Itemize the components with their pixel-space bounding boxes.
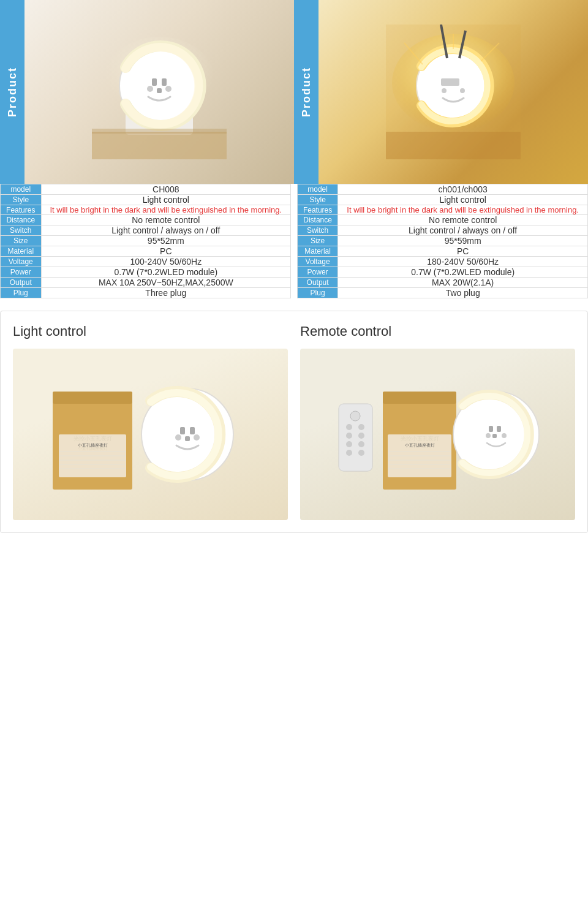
- features-label-left: Features: [1, 205, 42, 215]
- power-row: Power 0.7W (7*0.2WLED module) Power 0.7W…: [1, 267, 588, 278]
- bottom-col-remote: Remote control 光控小五孔: [300, 324, 575, 520]
- svg-point-34: [175, 434, 181, 441]
- features-label-right: Features: [297, 205, 338, 215]
- style-row: Style Light control Style Light control: [1, 195, 588, 205]
- distance-value-right: No remote control: [338, 215, 588, 225]
- material-value-right: PC: [338, 246, 588, 257]
- output-row: Output MAX 10A 250V~50HZ,MAX,2500W Outpu…: [1, 278, 588, 288]
- style-value-left: Light control: [41, 195, 291, 205]
- features-row: Features It will be bright in the dark a…: [1, 205, 588, 215]
- voltage-value-left: 100-240V 50/60Hz: [41, 257, 291, 267]
- svg-rect-7: [157, 88, 162, 93]
- voltage-value-right: 180-240V 50/60Hz: [338, 257, 588, 267]
- power-value-right: 0.7W (7*0.2WLED module): [338, 267, 588, 278]
- svg-point-14: [442, 88, 447, 93]
- product-images-row: Product: [0, 0, 588, 184]
- features-value-right: It will be bright in the dark and will b…: [338, 205, 588, 215]
- svg-point-42: [358, 424, 364, 430]
- size-label-right: Size: [297, 236, 338, 246]
- box-illustration-left: 光控小五孔夜灯 小五孔插座夜灯 小五孔插座夜灯: [40, 355, 261, 514]
- svg-rect-9: [92, 129, 227, 134]
- output-value-right: MAX 20W(2.1A): [338, 278, 588, 288]
- voltage-row: Voltage 100-240V 50/60Hz Voltage 180-240…: [1, 257, 588, 267]
- svg-rect-13: [441, 78, 459, 86]
- power-value-left: 0.7W (7*0.2WLED module): [41, 267, 291, 278]
- svg-point-43: [346, 433, 352, 439]
- switch-value-right: Light control / always on / off: [338, 225, 588, 236]
- product-label-right: Product: [294, 0, 318, 184]
- bottom-section: Light control 光控小五孔夜灯 小五孔插座夜灯 小五孔插座夜灯: [0, 311, 588, 533]
- svg-point-60: [486, 433, 491, 438]
- material-label-left: Material: [1, 246, 42, 257]
- material-value-left: PC: [41, 246, 291, 257]
- comparison-table: model CH008 model ch001/ch003 Style Ligh…: [0, 184, 588, 298]
- svg-point-3: [147, 86, 153, 92]
- plug-row: Plug Three plug Plug Two plug: [1, 288, 588, 298]
- svg-point-35: [194, 434, 200, 441]
- bottom-left-title: Light control: [13, 324, 288, 339]
- svg-rect-38: [185, 436, 190, 441]
- model-value-right: ch001/ch003: [338, 184, 588, 195]
- svg-text:小五孔插座夜灯: 小五孔插座夜灯: [404, 443, 434, 447]
- svg-rect-50: [383, 392, 456, 404]
- svg-rect-23: [53, 392, 132, 404]
- product-illustration-left: [92, 25, 227, 159]
- material-label-right: Material: [297, 246, 338, 257]
- plug-label-right: Plug: [297, 288, 338, 298]
- model-value-left: CH008: [41, 184, 291, 195]
- svg-rect-6: [162, 78, 167, 86]
- plug-value-right: Two plug: [338, 288, 588, 298]
- switch-value-left: Light control / always on / off: [41, 225, 291, 236]
- model-row: model CH008 model ch001/ch003: [1, 184, 588, 195]
- svg-rect-21: [386, 132, 521, 159]
- switch-row: Switch Light control / always on / off S…: [1, 225, 588, 236]
- svg-point-41: [346, 424, 352, 430]
- model-label-left: model: [1, 184, 42, 195]
- svg-point-40: [350, 411, 360, 421]
- switch-label-right: Switch: [297, 225, 338, 236]
- product-col-left: Product: [0, 0, 294, 184]
- style-value-right: Light control: [338, 195, 588, 205]
- size-label-left: Size: [1, 236, 42, 246]
- power-label-left: Power: [1, 267, 42, 278]
- svg-point-61: [502, 433, 507, 438]
- distance-label-left: Distance: [1, 215, 42, 225]
- svg-point-44: [358, 433, 364, 439]
- svg-point-4: [165, 86, 172, 92]
- model-label-right: model: [297, 184, 338, 195]
- product-label-left: Product: [0, 0, 24, 184]
- svg-rect-5: [152, 78, 157, 86]
- svg-point-45: [346, 441, 352, 447]
- product-image-left: [24, 0, 294, 184]
- distance-row: Distance No remote control Distance No r…: [1, 215, 588, 225]
- svg-rect-62: [489, 426, 493, 432]
- svg-point-48: [358, 450, 364, 456]
- product-illustration-right: [386, 25, 521, 159]
- svg-point-47: [346, 450, 352, 456]
- features-value-left: It will be bright in the dark and will b…: [41, 205, 291, 215]
- distance-label-right: Distance: [297, 215, 338, 225]
- style-label-left: Style: [1, 195, 42, 205]
- product-col-right: Product: [294, 0, 588, 184]
- box-illustration-right: 光控小五孔夜灯 小五孔插座夜灯: [328, 355, 548, 514]
- style-label-right: Style: [297, 195, 338, 205]
- material-row: Material PC Material PC: [1, 246, 588, 257]
- svg-rect-36: [180, 427, 185, 434]
- distance-value-left: No remote control: [41, 215, 291, 225]
- plug-label-left: Plug: [1, 288, 42, 298]
- size-value-right: 95*59mm: [338, 236, 588, 246]
- svg-point-46: [358, 441, 364, 447]
- output-label-left: Output: [1, 278, 42, 288]
- voltage-label-right: Voltage: [297, 257, 338, 267]
- product-image-right: [318, 0, 588, 184]
- svg-rect-63: [497, 426, 501, 432]
- svg-rect-64: [492, 434, 497, 438]
- power-label-right: Power: [297, 267, 338, 278]
- switch-label-left: Switch: [1, 225, 42, 236]
- size-value-left: 95*52mm: [41, 236, 291, 246]
- page-wrapper: Product: [0, 0, 588, 533]
- voltage-label-left: Voltage: [1, 257, 42, 267]
- svg-rect-37: [190, 427, 195, 434]
- bottom-col-light: Light control 光控小五孔夜灯 小五孔插座夜灯 小五孔插座夜灯: [13, 324, 288, 520]
- svg-rect-8: [92, 132, 227, 159]
